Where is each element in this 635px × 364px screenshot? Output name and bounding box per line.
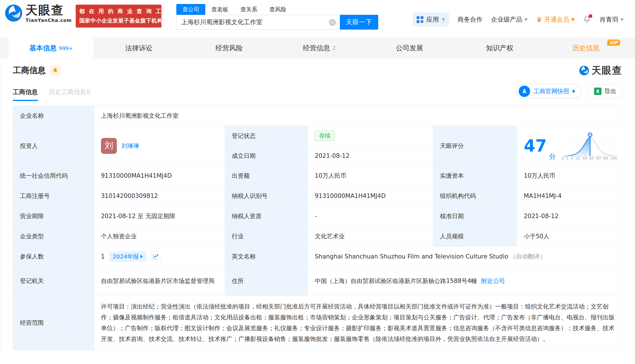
tab-history-info[interactable]: VIP 历史信息 ?	[545, 38, 635, 58]
search-tab-boss[interactable]: 查老板	[205, 4, 234, 15]
nav-open-vip[interactable]: ♛ 开通会员 ▼	[536, 15, 574, 24]
help-icon[interactable]: ?	[46, 320, 52, 326]
field-label: 天眼评分 ?	[433, 126, 517, 166]
tab-legal[interactable]: 法律诉讼	[94, 38, 184, 58]
field-label: 登记状态 ?	[225, 126, 308, 146]
field-label: 实缴资本	[433, 166, 517, 186]
official-snapshot-button[interactable]: 工商官网快照	[516, 84, 581, 99]
score-cell: 47 分	[517, 126, 625, 166]
nav-cooperation[interactable]: 商务合作	[458, 15, 483, 24]
table-row: 统一社会信用代码 ? 91310000MA1H41MJ4D 出资额 10万人民币…	[13, 166, 622, 186]
field-label: 投资人	[13, 126, 94, 166]
search-tabs: 查公司 查老板 查关系 查风险	[176, 4, 378, 15]
apps-label: 应用	[426, 15, 439, 24]
clear-search-icon[interactable]: ✕	[329, 19, 336, 26]
staff-size-value: 小于50人	[517, 226, 622, 246]
help-icon[interactable]: ?	[246, 278, 252, 284]
trend-chart-icon[interactable]	[150, 251, 161, 262]
export-button[interactable]: X 导出	[588, 84, 622, 98]
excel-icon: X	[594, 88, 601, 95]
table-row: 企业类型 个人独资企业 行业 文化艺术业 人员规模 小于50人	[13, 226, 622, 247]
tianyancha-watermark: 天眼查	[579, 64, 622, 77]
table-row: 登记机关 自由贸易试验区临港新片区市场监督管理局 住所 ? 中国（上海）自由贸易…	[13, 267, 622, 295]
field-label: 企业名称	[13, 106, 94, 126]
annual-report-badge[interactable]: 2024年报	[109, 251, 146, 262]
subtab-history-business-info[interactable]: 历史工商信息0	[49, 88, 90, 101]
help-icon[interactable]: ?	[270, 193, 276, 199]
promo-line1: 都 在 用 的 商 业 查 询 工 具	[79, 8, 158, 15]
tianyancha-logo[interactable]: 天眼查 TianYanCha.com	[5, 4, 72, 23]
status-badge: 存续	[315, 131, 335, 141]
help-icon[interactable]: ?	[70, 173, 76, 179]
field-label: 住所 ?	[225, 267, 308, 295]
notification-dot	[589, 14, 592, 18]
search-tab-relation[interactable]: 查关系	[234, 4, 263, 15]
page: 天眼查 TianYanCha.com 都 在 用 的 商 业 查 询 工 具 国…	[0, 0, 635, 364]
field-label: 英文名称	[225, 247, 308, 266]
industry-value: 文化艺术业	[308, 226, 433, 246]
business-scope-text: 许可项目：演出经纪；营业性演出（依法须经批准的项目，经相关部门批准后方可开展经营…	[94, 295, 622, 350]
help-icon[interactable]: ?	[602, 45, 607, 51]
taxpayer-id-value: 91310000MA1H41MJ4D	[308, 186, 433, 206]
insured-cell: 1 2024年报	[94, 247, 225, 266]
stamp-icon	[519, 86, 530, 97]
search-tab-risk[interactable]: 查风险	[263, 4, 292, 15]
tab-basic-info[interactable]: 基本信息 999+	[9, 38, 94, 58]
table-row: 投资人 刘 刘琳琳 登记状态 ? 存续	[13, 126, 622, 166]
crown-icon: ♛	[536, 16, 542, 24]
reg-number-value: 310142000309812	[94, 186, 225, 206]
nearby-companies-link[interactable]: 附近公司	[481, 277, 505, 285]
apps-menu[interactable]: 应用 ▼	[413, 13, 449, 27]
search-tab-company[interactable]: 查公司	[176, 4, 205, 15]
english-name-cell: Shanghai Shanchuan Shuzhou Film and Tele…	[308, 247, 622, 266]
company-tabbar: 基本信息 999+ 法律诉讼 经营风险 经营信息 2 公司发展 知识产权 VIP…	[0, 38, 635, 58]
approval-date-value: 2021-08-12	[517, 206, 622, 226]
help-icon[interactable]: ?	[258, 133, 264, 139]
chevron-down-icon: ▼	[442, 17, 445, 22]
investor-link[interactable]: 刘琳琳	[121, 142, 139, 150]
field-label: 人员规模	[433, 226, 517, 246]
score-axis-ticks: 0131550859799100	[562, 156, 617, 160]
field-label: 参保人数	[13, 247, 94, 266]
insured-count: 1	[101, 253, 105, 260]
nav-enterprise-products[interactable]: 企业级产品 ▼	[491, 15, 528, 24]
business-term-value: 2021-08-12 至 无固定期限	[94, 206, 225, 226]
subscribe-bell-icon[interactable]	[50, 65, 61, 76]
establish-date-value: 2021-08-12	[308, 146, 433, 166]
business-scope-cell: 许可项目：演出经纪；营业性演出（依法须经批准的项目，经相关部门批准后方可开展经营…	[94, 295, 622, 350]
header: 天眼查 TianYanCha.com 都 在 用 的 商 业 查 询 工 具 国…	[0, 0, 635, 38]
tab-company-development[interactable]: 公司发展	[365, 38, 455, 58]
tab-count: 2	[332, 45, 336, 51]
capital-value: 10万人民币	[308, 166, 433, 186]
header-nav: 应用 ▼ 商务合作 企业级产品 ▼ ♛ 开通会员 ▼	[413, 13, 624, 27]
table-row: 营业期限 2021-08-12 至 无固定期限 纳税人资质 - 核准日期 202…	[13, 206, 622, 226]
paid-capital-value: 10万人民币	[517, 166, 622, 186]
search-block: 查公司 查老板 查关系 查风险 ✕ 天眼一下	[176, 4, 378, 30]
chevron-down-icon: ▼	[524, 17, 528, 22]
score-value: 47	[524, 138, 547, 154]
apps-grid-icon	[417, 16, 423, 23]
help-icon[interactable]: ?	[478, 193, 484, 199]
address-cell: 中国（上海）自由贸易试验区临港新片区新杨公路1588号4幢 附近公司	[308, 267, 622, 295]
credit-code-value: 91310000MA1H41MJ4D	[94, 166, 225, 186]
field-label: 纳税人资质	[225, 206, 308, 226]
subtab-business-info[interactable]: 工商信息	[13, 88, 38, 101]
field-label: 经营范围 ?	[13, 295, 94, 350]
taxpayer-quality-value: -	[308, 206, 433, 226]
field-label: 企业类型	[13, 226, 94, 246]
field-label: 营业期限	[13, 206, 94, 226]
help-icon[interactable]: ?	[466, 143, 472, 149]
user-menu[interactable]: 肖青羽 ▼	[599, 15, 624, 24]
reg-authority-value: 自由贸易试验区临港新片区市场监督管理局	[94, 267, 225, 295]
tab-operation-info[interactable]: 经营信息 2	[274, 38, 364, 58]
content: 工商信息 天眼查 工商信息 历史工商信息0	[0, 64, 635, 350]
score-distribution-chart: 0131550859799100	[562, 131, 619, 160]
investor-avatar[interactable]: 刘	[101, 138, 117, 154]
logo-swirl-icon	[5, 4, 23, 23]
promo-line2: 国家中小企业发展子基金旗下机构	[79, 17, 158, 24]
search-button[interactable]: 天眼一下	[340, 15, 378, 30]
tab-intellectual-property[interactable]: 知识产权	[455, 38, 545, 58]
search-input[interactable]	[177, 15, 340, 29]
notification-bell-icon[interactable]	[583, 15, 591, 24]
tab-operation-risk[interactable]: 经营风险	[184, 38, 274, 58]
